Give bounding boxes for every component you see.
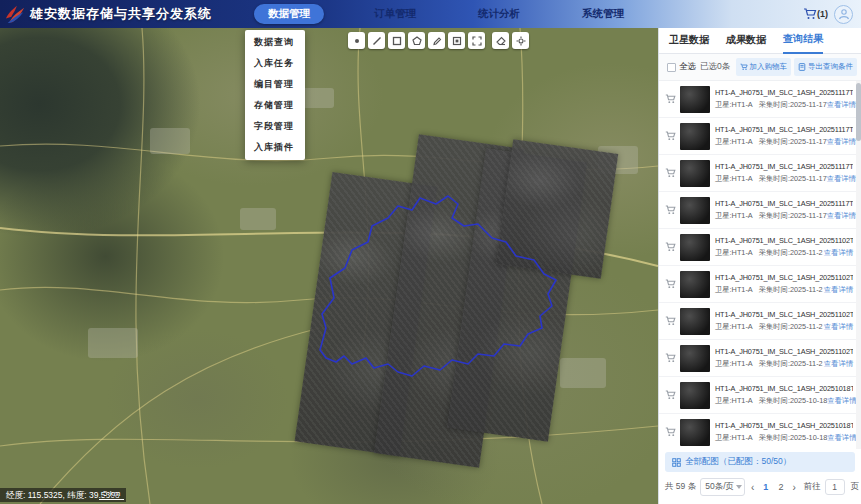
list-item[interactable]: HT1-A_JH0751_IM_SLC_1ASH_20251018T110538…	[659, 414, 861, 449]
import-shape-icon	[452, 36, 462, 46]
scrollbar-thumb[interactable]	[856, 83, 861, 141]
acquisition-time: 采集时间:2025-11-17	[759, 137, 827, 147]
acquisition-time: 采集时间:2025-11-2	[759, 322, 823, 332]
add-to-cart-button[interactable]: 加入购物车	[736, 58, 792, 76]
list-item[interactable]: HT1-A_JH0751_IM_SLC_1ASH_20251117T110542…	[659, 155, 861, 192]
add-to-cart-label: 加入购物车	[750, 62, 788, 72]
view-details-link[interactable]: 查看详情	[827, 211, 856, 221]
cart-icon	[740, 63, 748, 71]
menu-item-ingest-plugin[interactable]: 入库插件	[245, 137, 305, 158]
per-page-value: 50条/页	[705, 481, 734, 491]
settings-tool[interactable]	[512, 32, 529, 49]
view-details-link[interactable]: 查看详情	[824, 248, 853, 258]
view-details-link[interactable]: 查看详情	[824, 285, 853, 295]
nav-system-management[interactable]: 系统管理	[570, 5, 636, 23]
tab-satellite-data[interactable]: 卫星数据	[669, 33, 709, 53]
panel-subheader: 全选 已选0条 加入购物车 导出查询条件	[659, 54, 861, 81]
list-item[interactable]: HT1-A_JH0751_IM_SLC_1ASH_20251117T110539…	[659, 118, 861, 155]
row-cart-icon[interactable]	[663, 427, 677, 437]
cart-icon	[803, 8, 817, 20]
scene-id: HT1-A_JH0751_IM_SLC_1ASH_20251117T110545…	[715, 199, 853, 208]
view-details-link[interactable]: 查看详情	[827, 100, 856, 110]
row-cart-icon[interactable]	[663, 168, 677, 178]
app-logo-icon	[4, 4, 26, 24]
data-management-dropdown: 数据查询 入库任务 编目管理 存储管理 字段管理 入库插件	[245, 30, 305, 160]
list-item[interactable]: HT1-A_JH0751_IM_SLC_1ASH_20251018T110535…	[659, 377, 861, 414]
map-canvas[interactable]: 数据查询 入库任务 编目管理 存储管理 字段管理 入库插件	[0, 28, 658, 504]
acquisition-time: 采集时间:2025-11-17	[759, 100, 827, 110]
nav-statistics[interactable]: 统计分析	[466, 5, 532, 23]
selected-count: 已选0条	[700, 61, 730, 73]
row-cart-icon[interactable]	[663, 131, 677, 141]
scene-thumbnail	[680, 86, 710, 113]
list-scrollbar[interactable]	[856, 81, 861, 449]
nav-order-management[interactable]: 订单管理	[362, 5, 428, 23]
import-shape-tool[interactable]	[448, 32, 465, 49]
view-details-link[interactable]: 查看详情	[827, 433, 856, 443]
list-item[interactable]: HT1-A_JH0751_IM_SLC_1ASH_20251102T110539…	[659, 229, 861, 266]
acquisition-time: 采集时间:2025-11-2	[759, 248, 823, 258]
per-page-select[interactable]: 50条/页	[700, 478, 745, 496]
app-header: 雄安数据存储与共享分发系统 数据管理 订单管理 统计分析 系统管理 (1)	[0, 0, 861, 28]
row-cart-icon[interactable]	[663, 353, 677, 363]
header-cart-button[interactable]: (1)	[803, 8, 828, 20]
row-cart-icon[interactable]	[663, 94, 677, 104]
list-item[interactable]: HT1-A_JH0751_IM_SLC_1ASH_20251102T110536…	[659, 303, 861, 340]
scene-id: HT1-A_JH0751_IM_SLC_1ASH_20251018T110535…	[715, 384, 853, 393]
menu-item-catalog-mgmt[interactable]: 编目管理	[245, 74, 305, 95]
nav-data-management[interactable]: 数据管理	[254, 4, 324, 24]
select-all-checkbox[interactable]	[667, 63, 676, 72]
eraser-icon	[496, 36, 506, 46]
cart-count-badge: (1)	[817, 9, 828, 19]
menu-item-data-query[interactable]: 数据查询	[245, 32, 305, 53]
view-details-link[interactable]: 查看详情	[827, 137, 856, 147]
chevron-down-icon	[736, 485, 742, 489]
menu-item-storage-mgmt[interactable]: 存储管理	[245, 95, 305, 116]
polygon-tool[interactable]	[408, 32, 425, 49]
list-item[interactable]: HT1-A_JH0751_IM_SLC_1ASH_20251117T110536…	[659, 81, 861, 118]
satellite-label: 卫星:HT1-A	[715, 322, 753, 332]
tab-product-data[interactable]: 成果数据	[726, 33, 766, 53]
export-query-button[interactable]: 导出查询条件	[794, 58, 857, 76]
rectangle-tool[interactable]	[388, 32, 405, 49]
export-query-label: 导出查询条件	[808, 62, 853, 72]
view-details-link[interactable]: 查看详情	[824, 322, 853, 332]
list-item[interactable]: HT1-A_JH0751_IM_SLC_1ASH_20251117T110545…	[659, 192, 861, 229]
row-cart-icon[interactable]	[663, 242, 677, 252]
scene-id: HT1-A_JH0751_IM_SLC_1ASH_20251117T110539…	[715, 125, 853, 134]
row-cart-icon[interactable]	[663, 390, 677, 400]
row-cart-icon[interactable]	[663, 205, 677, 215]
user-avatar[interactable]	[834, 5, 853, 24]
line-tool[interactable]	[368, 32, 385, 49]
row-cart-icon[interactable]	[663, 279, 677, 289]
results-panel: 卫星数据 成果数据 查询结果 全选 已选0条 加入购物车 导出查询条件	[658, 28, 861, 504]
gear-icon	[516, 36, 526, 46]
prev-page-button[interactable]: ‹	[749, 482, 756, 493]
page-number-1[interactable]: 1	[760, 482, 771, 492]
row-cart-icon[interactable]	[663, 316, 677, 326]
list-item[interactable]: HT1-A_JH0751_IM_SLC_1ASH_20251102T110545…	[659, 340, 861, 377]
view-details-link[interactable]: 查看详情	[827, 396, 856, 406]
next-page-button[interactable]: ›	[790, 482, 797, 493]
view-details-link[interactable]: 查看详情	[824, 359, 853, 369]
view-details-link[interactable]: 查看详情	[827, 174, 856, 184]
scene-thumbnail	[680, 234, 710, 261]
result-list: HT1-A_JH0751_IM_SLC_1ASH_20251117T110536…	[659, 81, 861, 449]
scene-id: HT1-A_JH0751_IM_SLC_1ASH_20251102T110545…	[715, 347, 853, 356]
scene-id: HT1-A_JH0751_IM_SLC_1ASH_20251117T110536…	[715, 88, 853, 97]
satellite-label: 卫星:HT1-A	[715, 211, 753, 221]
eraser-tool[interactable]	[492, 32, 509, 49]
page-number-2[interactable]: 2	[775, 482, 786, 492]
app-title: 雄安数据存储与共享分发系统	[30, 5, 212, 23]
match-all-button[interactable]: 全部配图（已配图：50/50）	[665, 452, 855, 472]
point-tool[interactable]	[348, 32, 365, 49]
goto-page-input[interactable]	[825, 479, 845, 495]
menu-item-ingest-task[interactable]: 入库任务	[245, 53, 305, 74]
draw-tool[interactable]	[428, 32, 445, 49]
list-item[interactable]: HT1-A_JH0751_IM_SLC_1ASH_20251102T110542…	[659, 266, 861, 303]
pagination: 共 59 条 50条/页 ‹ 1 2 › 前往 页	[659, 474, 861, 504]
tab-query-results[interactable]: 查询结果	[783, 32, 823, 54]
extent-tool[interactable]	[468, 32, 485, 49]
satellite-label: 卫星:HT1-A	[715, 433, 753, 443]
menu-item-field-mgmt[interactable]: 字段管理	[245, 116, 305, 137]
